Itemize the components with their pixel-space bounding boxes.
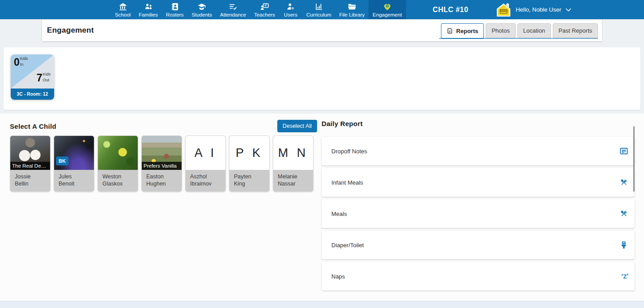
- child-name: MelanieNassar: [273, 170, 313, 191]
- document-icon: [447, 28, 453, 34]
- attendance-icon: [228, 2, 238, 12]
- users-icon: [286, 2, 296, 12]
- child-name: JossieBellin: [10, 170, 50, 191]
- rooms-panel: 0 Kids In 7 Kids Out 3C - Room: 12: [4, 47, 640, 110]
- report-row-label: Dropoff Notes: [331, 148, 367, 155]
- child-initials: P K: [229, 136, 269, 170]
- notes-icon: [619, 147, 628, 156]
- scrollbar-thumb[interactable]: [633, 126, 635, 192]
- sleep-zzz-icon: zZz: [622, 272, 628, 280]
- students-icon: [197, 2, 207, 12]
- nav-item-families[interactable]: Families: [135, 0, 162, 19]
- child-photo: Prefers Vanilla: [142, 136, 182, 170]
- select-child-panel: Select A Child Deselect All The Real Dea…: [0, 114, 318, 301]
- nav-item-rosters[interactable]: Rosters: [162, 0, 188, 19]
- child-card-aszhol-ibraimov[interactable]: A IAszholIbraimov: [185, 135, 226, 192]
- children-list: The Real Deal...JossieBellinBKJulesBenoi…: [10, 135, 318, 192]
- room-card[interactable]: 0 Kids In 7 Kids Out 3C - Room: 12: [11, 55, 54, 100]
- child-name: WestonGlaskox: [98, 170, 138, 191]
- child-card-jossie-bellin[interactable]: The Real Deal...JossieBellin: [10, 135, 51, 192]
- nav-item-school[interactable]: School: [111, 0, 135, 19]
- nav-items: SchoolFamiliesRostersStudentsAttendanceT…: [111, 0, 406, 19]
- deselect-all-button[interactable]: Deselect All: [277, 120, 317, 132]
- toilet-icon: [619, 240, 628, 249]
- child-card-jules-benoit[interactable]: BKJulesBenoit: [54, 135, 94, 192]
- report-row-dropoff-notes[interactable]: Dropoff Notes: [322, 137, 635, 165]
- nav-item-curriculum[interactable]: Curriculum: [302, 0, 335, 19]
- nav-item-label: Teachers: [254, 12, 275, 17]
- nav-item-attendance[interactable]: Attendance: [216, 0, 250, 19]
- room-kids-split: 0 Kids In 7 Kids Out: [11, 55, 54, 89]
- curriculum-icon: [314, 2, 324, 12]
- page-header: Engagement ReportsPhotosLocationPast Rep…: [42, 20, 602, 41]
- file-library-icon: [347, 2, 357, 12]
- kids-out: 7 Kids Out: [37, 72, 51, 83]
- engagement-heart-icon: [382, 2, 392, 12]
- kids-in-word: In: [20, 62, 28, 67]
- nav-item-label: Users: [284, 12, 297, 17]
- nav-item-label: Attendance: [220, 12, 246, 17]
- child-name: EastonHughen: [142, 170, 182, 191]
- nav-item-label: Rosters: [166, 12, 184, 17]
- daily-report-list: Dropoff NotesInfant MealsMealsDiaper/Toi…: [322, 137, 635, 291]
- child-name: AszholIbraimov: [186, 170, 225, 191]
- report-row-label: Infant Meals: [331, 179, 363, 186]
- bottom-strip: [0, 301, 644, 308]
- child-photo-badge: Prefers Vanilla: [142, 162, 182, 170]
- child-card-payten-king[interactable]: P KPaytenKing: [229, 135, 270, 192]
- kids-out-count: 7: [37, 72, 42, 83]
- child-photo-badge: BK: [56, 156, 68, 165]
- child-name: JulesBenoit: [54, 170, 94, 191]
- nav-item-users[interactable]: Users: [279, 0, 302, 19]
- site-label: CHLC #10: [433, 6, 469, 14]
- page-title: Engagement: [47, 26, 94, 35]
- chevron-down-icon: [566, 8, 571, 12]
- nav-item-label: Students: [192, 12, 212, 17]
- report-row-infant-meals[interactable]: Infant Meals: [322, 168, 635, 197]
- child-initials: A I: [186, 136, 225, 170]
- kids-in-unit: Kids: [20, 56, 28, 61]
- report-row-diaper-toilet[interactable]: Diaper/Toilet: [322, 231, 635, 259]
- report-row-label: Naps: [331, 273, 345, 280]
- tab-bar: ReportsPhotosLocationPast Reports: [439, 23, 598, 39]
- report-row-naps[interactable]: NapszZz: [322, 262, 635, 291]
- child-photo: The Real Deal...: [10, 136, 50, 170]
- child-card-melanie-nassar[interactable]: M NMelanieNassar: [273, 135, 314, 192]
- child-photo: BK: [54, 136, 94, 170]
- nav-item-label: Engagement: [373, 12, 402, 17]
- daily-report-heading: Daily Report: [322, 120, 635, 127]
- tab-reports[interactable]: Reports: [441, 23, 484, 39]
- report-row-meals[interactable]: Meals: [322, 199, 635, 228]
- report-row-label: Meals: [331, 211, 347, 217]
- child-photo: [98, 136, 138, 170]
- nav-item-engagement[interactable]: Engagement: [369, 0, 406, 19]
- select-child-heading: Select A Child: [10, 122, 56, 130]
- user-greeting: Hello, Noble User: [516, 6, 561, 13]
- nav-item-file-library[interactable]: File Library: [335, 0, 369, 19]
- nav-item-teachers[interactable]: Teachers: [250, 0, 279, 19]
- utensils-icon: [619, 209, 628, 218]
- child-card-easton-hughen[interactable]: Prefers VanillaEastonHughen: [141, 135, 182, 192]
- child-card-weston-glaskox[interactable]: WestonGlaskox: [97, 135, 138, 192]
- report-row-label: Diaper/Toilet: [331, 242, 364, 249]
- tab-location[interactable]: Location: [517, 23, 551, 38]
- kids-out-word: Out: [42, 78, 51, 82]
- user-menu[interactable]: Hello, Noble User: [496, 0, 571, 19]
- tab-past-reports[interactable]: Past Reports: [553, 23, 598, 38]
- utensils-icon: [619, 178, 628, 187]
- child-photo-badge: The Real Deal...: [10, 162, 50, 170]
- daily-report-panel: Daily Report Dropoff NotesInfant MealsMe…: [318, 114, 644, 301]
- room-name-label: 3C - Room: 12: [11, 89, 54, 100]
- brand-house-icon: [496, 3, 511, 17]
- kids-out-unit: Kids: [42, 72, 51, 76]
- school-icon: [118, 2, 128, 12]
- kids-in-count: 0: [14, 57, 20, 68]
- child-name: PaytenKing: [229, 170, 269, 191]
- nav-item-students[interactable]: Students: [188, 0, 216, 19]
- child-initials: M N: [273, 136, 313, 170]
- tab-label: Past Reports: [559, 27, 592, 34]
- top-nav: SchoolFamiliesRostersStudentsAttendanceT…: [0, 0, 644, 19]
- tab-photos[interactable]: Photos: [486, 23, 515, 38]
- nav-item-label: Curriculum: [306, 12, 331, 17]
- rosters-icon: [170, 2, 180, 12]
